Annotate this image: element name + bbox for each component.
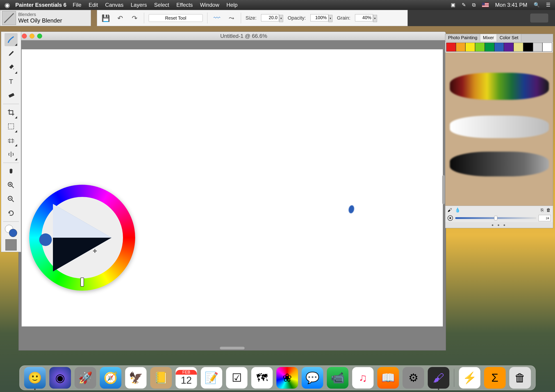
vertical-scrollbar[interactable] bbox=[442, 175, 445, 204]
menu-effects[interactable]: Effects bbox=[176, 2, 193, 8]
menu-canvas[interactable]: Canvas bbox=[105, 2, 124, 8]
size-input[interactable] bbox=[261, 14, 279, 22]
grain-input[interactable] bbox=[355, 14, 373, 22]
mixer-dropper-icon[interactable]: 💧 bbox=[455, 207, 460, 213]
size-dropdown-icon[interactable]: ▼ bbox=[279, 15, 283, 22]
tab-mixer[interactable]: Mixer bbox=[480, 34, 497, 41]
straight-stroke-icon[interactable]: ⤳ bbox=[226, 13, 236, 23]
symmetry-tool[interactable] bbox=[5, 148, 18, 161]
swatch-lime[interactable] bbox=[475, 43, 485, 52]
target-icon[interactable] bbox=[448, 215, 453, 221]
swatch-green[interactable] bbox=[485, 43, 494, 52]
horizontal-scrollbar[interactable] bbox=[220, 347, 245, 349]
dock-app2[interactable]: Σ bbox=[484, 367, 506, 389]
screens-icon[interactable]: ⧉ bbox=[472, 2, 476, 8]
swatch-red[interactable] bbox=[446, 43, 456, 52]
dropper-tool[interactable] bbox=[5, 47, 18, 60]
text-tool[interactable]: T bbox=[5, 75, 18, 88]
primary-color-swatch[interactable] bbox=[9, 229, 17, 237]
dock-mail[interactable]: 🦅 bbox=[125, 367, 147, 389]
close-button[interactable] bbox=[22, 34, 27, 38]
hand-tool[interactable] bbox=[5, 165, 18, 178]
document-titlebar[interactable]: Untitled-1 @ 66.6% bbox=[19, 32, 446, 40]
color-wheel-popup[interactable]: ✛ bbox=[29, 185, 135, 291]
dock-calendar[interactable]: FEB12 bbox=[175, 367, 197, 389]
undo-icon[interactable]: ↶ bbox=[115, 13, 125, 23]
dock-painter[interactable]: 🖌 bbox=[428, 367, 449, 389]
hue-indicator[interactable] bbox=[80, 278, 84, 287]
swatch-tan[interactable] bbox=[514, 43, 523, 52]
app-name[interactable]: Painter Essentials 6 bbox=[15, 2, 66, 8]
display-icon[interactable]: ▣ bbox=[451, 2, 455, 8]
tab-photo-painting[interactable]: Photo Painting bbox=[445, 34, 480, 41]
dock-facetime[interactable]: 📹 bbox=[327, 367, 349, 389]
dock-itunes[interactable]: ♫ bbox=[352, 367, 374, 389]
menu-edit[interactable]: Edit bbox=[88, 2, 98, 8]
redo-icon[interactable]: ↷ bbox=[130, 13, 139, 23]
swatch-black[interactable] bbox=[523, 43, 533, 52]
opacity-input[interactable] bbox=[310, 14, 329, 22]
color-picker-crosshair[interactable]: ✛ bbox=[93, 248, 97, 254]
tab-color-set[interactable]: Color Set bbox=[497, 34, 521, 41]
dock-notes[interactable]: 📝 bbox=[201, 367, 222, 389]
eraser-tool[interactable] bbox=[5, 89, 18, 102]
dock-ibooks[interactable]: 📖 bbox=[377, 367, 399, 389]
paper-texture-swatch[interactable] bbox=[5, 239, 17, 251]
dock-reminders[interactable]: ☑ bbox=[226, 367, 248, 389]
color-swatches[interactable] bbox=[5, 224, 18, 237]
mixer-brush-icon[interactable]: 🖌 bbox=[448, 207, 452, 213]
crop-tool[interactable] bbox=[5, 106, 18, 119]
swatch-white[interactable] bbox=[542, 43, 552, 52]
minimize-button[interactable] bbox=[29, 34, 35, 38]
dock-siri[interactable]: ◉ bbox=[49, 367, 71, 389]
zoom-in-tool[interactable] bbox=[5, 179, 18, 192]
mixer-size-slider[interactable] bbox=[455, 217, 536, 219]
toolbar-extension-button[interactable] bbox=[530, 14, 548, 22]
dock-finder[interactable]: 🙂 bbox=[24, 367, 46, 389]
mixer-trash-icon[interactable]: 🗑 bbox=[546, 207, 551, 213]
dock-messages[interactable]: 💬 bbox=[302, 367, 323, 389]
menu-list-icon[interactable]: ☰ bbox=[546, 2, 550, 8]
dock-maps[interactable]: 🗺 bbox=[251, 367, 273, 389]
zoom-out-tool[interactable] bbox=[5, 193, 18, 206]
menu-layers[interactable]: Layers bbox=[131, 2, 147, 8]
slider-thumb[interactable] bbox=[494, 216, 497, 220]
mixer-pad[interactable] bbox=[445, 52, 553, 206]
dock-safari[interactable]: 🧭 bbox=[100, 367, 121, 389]
menu-help[interactable]: Help bbox=[226, 2, 237, 8]
dock-photos[interactable]: ❀ bbox=[276, 367, 298, 389]
reset-tool-button[interactable]: Reset Tool bbox=[149, 14, 203, 22]
hue-ring[interactable]: ✛ bbox=[29, 185, 135, 291]
rotate-tool[interactable] bbox=[5, 207, 18, 220]
tablet-icon[interactable]: ✎ bbox=[462, 2, 466, 8]
brush-selector[interactable]: Blenders Wet Oily Blender bbox=[0, 10, 91, 26]
maximize-button[interactable] bbox=[37, 34, 42, 38]
dock-launchpad[interactable]: 🚀 bbox=[74, 367, 96, 389]
input-source-flag-icon[interactable] bbox=[482, 3, 489, 7]
freehand-stroke-icon[interactable]: 〰 bbox=[212, 13, 222, 23]
menu-file[interactable]: File bbox=[73, 2, 81, 8]
dock-contacts[interactable]: 📒 bbox=[150, 367, 172, 389]
mixer-clear-icon[interactable]: ⎘ bbox=[541, 207, 543, 213]
brush-tool[interactable] bbox=[5, 33, 18, 46]
selection-adjust-tool[interactable] bbox=[5, 134, 18, 147]
bucket-tool[interactable] bbox=[5, 61, 18, 74]
marquee-tool[interactable] bbox=[5, 120, 18, 133]
menu-select[interactable]: Select bbox=[154, 2, 169, 8]
clock[interactable]: Mon 3:41 PM bbox=[495, 2, 527, 8]
swatch-purple[interactable] bbox=[504, 43, 514, 52]
dock-trash[interactable]: 🗑 bbox=[509, 367, 531, 389]
mixer-size-input[interactable] bbox=[539, 215, 551, 221]
dock-app1[interactable]: ⚡ bbox=[459, 367, 481, 389]
swatch-orange[interactable] bbox=[456, 43, 466, 52]
swatch-blue[interactable] bbox=[494, 43, 504, 52]
save-icon[interactable]: 💾 bbox=[101, 13, 111, 23]
swatch-gray[interactable] bbox=[533, 43, 543, 52]
apple-menu-icon[interactable]: ◉ bbox=[5, 1, 10, 9]
opacity-dropdown-icon[interactable]: ▼ bbox=[329, 15, 332, 22]
swatch-yellow[interactable] bbox=[465, 43, 475, 52]
saturation-value-triangle[interactable] bbox=[53, 204, 111, 272]
spotlight-icon[interactable]: 🔍 bbox=[533, 2, 540, 8]
panel-grip-icon[interactable]: ● ● ● bbox=[445, 222, 553, 228]
grain-dropdown-icon[interactable]: ▼ bbox=[373, 15, 377, 22]
